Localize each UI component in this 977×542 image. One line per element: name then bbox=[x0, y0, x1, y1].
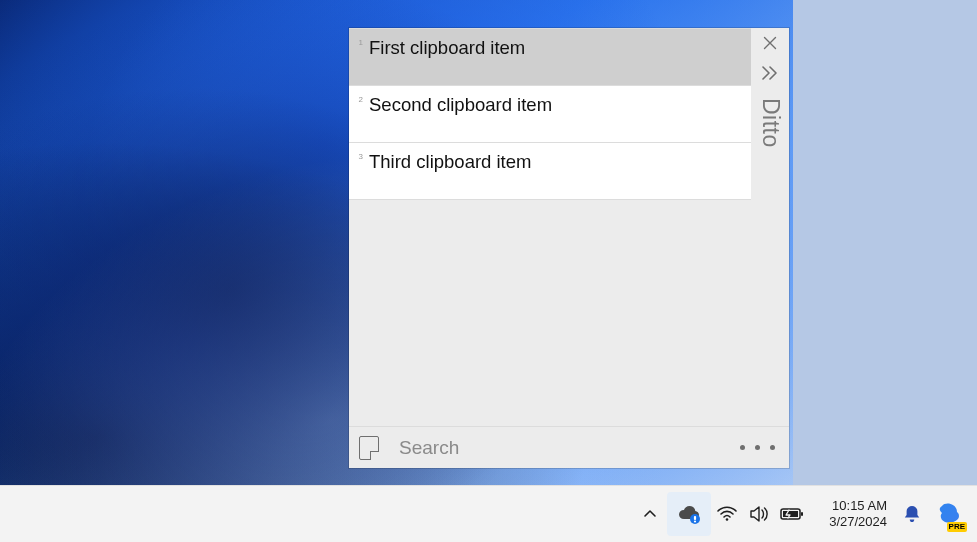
ditto-footer bbox=[349, 426, 789, 468]
window-rail: Ditto bbox=[751, 28, 789, 426]
notifications-button[interactable] bbox=[897, 492, 927, 536]
svg-rect-5 bbox=[801, 512, 803, 516]
svg-rect-6 bbox=[783, 511, 798, 517]
copilot-badge: PRE bbox=[947, 522, 967, 532]
clip-text: First clipboard item bbox=[367, 37, 743, 59]
chevron-double-right-icon bbox=[760, 66, 780, 80]
new-note-icon[interactable] bbox=[359, 436, 379, 460]
ditto-window: 1 First clipboard item 2 Second clipboar… bbox=[349, 28, 789, 468]
chevron-up-icon bbox=[643, 507, 657, 521]
bell-icon bbox=[903, 505, 921, 523]
tray-onedrive[interactable] bbox=[667, 492, 711, 536]
desktop-wallpaper-right bbox=[793, 0, 977, 485]
clipboard-item[interactable]: 3 Third clipboard item bbox=[349, 142, 751, 200]
clip-index: 1 bbox=[351, 39, 363, 47]
tray-wifi[interactable] bbox=[711, 492, 743, 536]
clock-time: 10:15 AM bbox=[829, 498, 887, 514]
more-menu-button[interactable] bbox=[736, 445, 779, 450]
copilot-button[interactable]: PRE bbox=[927, 492, 971, 536]
wifi-icon bbox=[717, 506, 737, 522]
dot-icon bbox=[740, 445, 745, 450]
system-tray: 10:15 AM 3/27/2024 bbox=[633, 486, 971, 542]
cloud-icon bbox=[676, 504, 702, 524]
dot-icon bbox=[755, 445, 760, 450]
dot-icon bbox=[770, 445, 775, 450]
clock-date: 3/27/2024 bbox=[829, 514, 887, 530]
clipboard-list: 1 First clipboard item 2 Second clipboar… bbox=[349, 28, 751, 426]
svg-rect-1 bbox=[694, 516, 696, 520]
tray-volume[interactable] bbox=[743, 492, 775, 536]
svg-point-2 bbox=[694, 520, 696, 522]
battery-icon bbox=[780, 507, 804, 521]
clip-text: Third clipboard item bbox=[367, 151, 743, 173]
tray-overflow-button[interactable] bbox=[633, 492, 667, 536]
tray-battery[interactable] bbox=[775, 492, 809, 536]
search-input[interactable] bbox=[399, 437, 736, 459]
clipboard-item[interactable]: 2 Second clipboard item bbox=[349, 85, 751, 143]
speaker-icon bbox=[749, 506, 769, 522]
expand-button[interactable] bbox=[751, 58, 789, 88]
clip-text: Second clipboard item bbox=[367, 94, 743, 116]
close-icon bbox=[763, 36, 777, 50]
clip-index: 3 bbox=[351, 153, 363, 161]
app-title-vertical: Ditto bbox=[757, 98, 784, 148]
clip-index: 2 bbox=[351, 96, 363, 104]
taskbar-clock[interactable]: 10:15 AM 3/27/2024 bbox=[819, 492, 897, 536]
taskbar: 10:15 AM 3/27/2024 bbox=[0, 485, 977, 542]
svg-point-3 bbox=[726, 518, 729, 521]
clipboard-item[interactable]: 1 First clipboard item bbox=[349, 28, 751, 86]
close-button[interactable] bbox=[751, 28, 789, 58]
